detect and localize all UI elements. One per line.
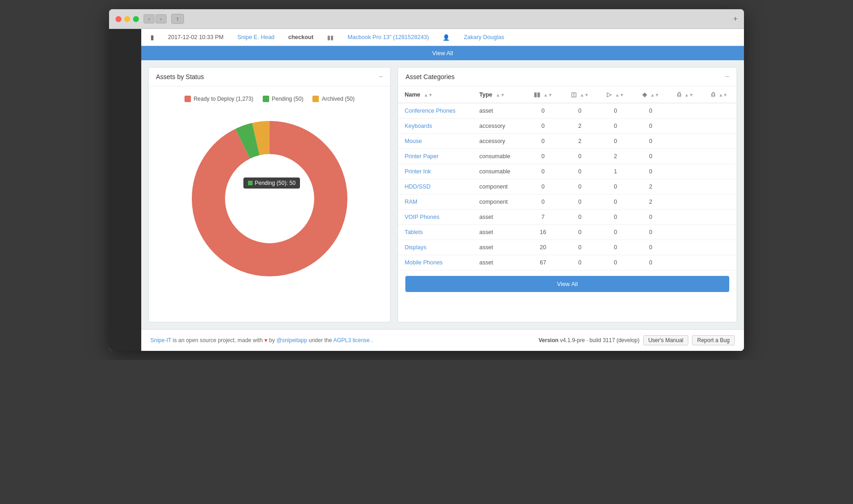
- assets-by-status-panel: Assets by Status − Ready to Deploy (1,27…: [148, 67, 391, 322]
- footer-version: Version v4.1.9-pre · build 3117 (develop…: [538, 337, 639, 344]
- row-name[interactable]: Tablets: [398, 225, 473, 240]
- row-name[interactable]: Printer Paper: [398, 149, 473, 164]
- maximize-button[interactable]: [133, 16, 139, 22]
- col-consumables[interactable]: ▷ ▲▼: [598, 86, 634, 103]
- row-type: asset: [473, 225, 524, 240]
- row-c1: 0: [524, 164, 562, 179]
- row-c2: 0: [562, 255, 598, 270]
- table-body: Conference Phones asset 0 0 0 0 Keyboard…: [398, 103, 737, 270]
- activity-asset-link[interactable]: Macbook Pro 13" (1281528243): [347, 34, 429, 40]
- activity-assignee-link[interactable]: Zakary Douglas: [464, 34, 504, 40]
- assets-by-status-header: Assets by Status −: [149, 68, 390, 86]
- row-name[interactable]: Displays: [398, 240, 473, 255]
- asset-categories-title: Asset Categories: [405, 73, 455, 80]
- back-button[interactable]: ‹: [144, 14, 155, 23]
- twitter-link[interactable]: @snipeitapp: [277, 337, 307, 344]
- row-c3: 0: [598, 225, 634, 240]
- table-row: Mouse accessory 0 2 0 0: [398, 134, 737, 149]
- col-name[interactable]: Name ▲▼: [398, 86, 473, 103]
- row-c4: 2: [633, 195, 669, 210]
- users-manual-button[interactable]: User's Manual: [643, 335, 688, 345]
- chart-tooltip: Pending (50): 50: [243, 178, 300, 189]
- add-tab-button[interactable]: +: [733, 15, 738, 23]
- row-name[interactable]: HDD/SSD: [398, 179, 473, 195]
- components-col-icon: ◆: [642, 92, 647, 98]
- assets-by-status-minimize[interactable]: −: [379, 73, 383, 80]
- row-actions: [703, 149, 737, 164]
- upload-button[interactable]: ↑: [171, 14, 184, 24]
- row-type: asset: [473, 240, 524, 255]
- donut-chart[interactable]: Pending (50): 50: [182, 111, 357, 286]
- legend-ready-dot: [184, 96, 191, 102]
- col-actions[interactable]: ⎙ ▲▼: [703, 86, 737, 103]
- row-c5: [669, 134, 703, 149]
- sort-licenses-icon: ▲▼: [685, 92, 694, 97]
- table-row: VOIP Phones asset 7 0 0 0: [398, 210, 737, 225]
- asset-categories-table-container: Name ▲▼ Type ▲▼ ▮▮ ▲▼: [398, 86, 737, 270]
- brand-link[interactable]: Snipe-IT: [150, 337, 171, 344]
- actions-col-icon: ⎙: [711, 92, 715, 98]
- row-type: accessory: [473, 134, 524, 149]
- view-all-categories-button[interactable]: View All: [405, 276, 729, 292]
- asset-categories-header: Asset Categories −: [398, 68, 737, 86]
- legend-ready: Ready to Deploy (1,273): [184, 96, 254, 102]
- legend-archived-label: Archived (50): [322, 96, 354, 102]
- row-name[interactable]: Mobile Phones: [398, 255, 473, 270]
- table-header: Name ▲▼ Type ▲▼ ▮▮ ▲▼: [398, 86, 737, 103]
- row-name[interactable]: RAM: [398, 195, 473, 210]
- row-actions: [703, 240, 737, 255]
- row-c5: [669, 210, 703, 225]
- row-c1: 7: [524, 210, 562, 225]
- donut-center: [226, 155, 313, 242]
- table-row: Displays asset 20 0 0 0: [398, 240, 737, 255]
- row-name[interactable]: Keyboards: [398, 119, 473, 134]
- row-c5: [669, 179, 703, 195]
- row-c3: 2: [598, 149, 634, 164]
- row-type: component: [473, 195, 524, 210]
- col-type[interactable]: Type ▲▼: [473, 86, 524, 103]
- assets-col-icon: ▮▮: [534, 92, 540, 98]
- row-name[interactable]: Mouse: [398, 134, 473, 149]
- forward-button[interactable]: ›: [156, 14, 167, 23]
- footer-right: Version v4.1.9-pre · build 3117 (develop…: [538, 335, 735, 345]
- row-name[interactable]: Conference Phones: [398, 103, 473, 119]
- col-accessories[interactable]: ◫ ▲▼: [562, 86, 598, 103]
- row-c3: 0: [598, 119, 634, 134]
- row-c4: 0: [633, 134, 669, 149]
- minimize-button[interactable]: [124, 16, 130, 22]
- licenses-col-icon: ⎙: [677, 92, 681, 98]
- row-name[interactable]: VOIP Phones: [398, 210, 473, 225]
- asset-categories-minimize[interactable]: −: [725, 73, 729, 80]
- title-bar: ‹ › ↑ +: [109, 9, 744, 29]
- row-c3: 1: [598, 164, 634, 179]
- row-type: component: [473, 179, 524, 195]
- sort-accessories-icon: ▲▼: [580, 92, 589, 97]
- activity-asset-icon: ▮▮: [327, 34, 334, 41]
- col-components[interactable]: ◆ ▲▼: [633, 86, 669, 103]
- row-c2: 2: [562, 134, 598, 149]
- heart-icon: ♥: [264, 337, 267, 344]
- row-c5: [669, 164, 703, 179]
- row-c1: 0: [524, 149, 562, 164]
- activity-date: 2017-12-02 10:33 PM: [168, 34, 224, 40]
- row-actions: [703, 164, 737, 179]
- report-bug-button[interactable]: Report a Bug: [692, 335, 735, 345]
- col-licenses[interactable]: ⎙ ▲▼: [669, 86, 703, 103]
- col-assets[interactable]: ▮▮ ▲▼: [524, 86, 562, 103]
- row-name[interactable]: Printer Ink: [398, 164, 473, 179]
- nav-buttons: ‹ ›: [144, 14, 167, 23]
- close-button[interactable]: [115, 16, 121, 22]
- row-actions: [703, 225, 737, 240]
- row-c2: 0: [562, 164, 598, 179]
- view-all-activity-button[interactable]: View All: [141, 46, 744, 60]
- row-actions: [703, 134, 737, 149]
- assets-by-status-title: Assets by Status: [156, 73, 204, 80]
- sort-actions-icon: ▲▼: [719, 92, 728, 97]
- row-c4: 0: [633, 225, 669, 240]
- row-c4: 0: [633, 255, 669, 270]
- row-c4: 0: [633, 103, 669, 119]
- version-label: Version: [538, 337, 558, 344]
- activity-user-link[interactable]: Snipe E. Head: [237, 34, 275, 40]
- license-link[interactable]: AGPL3 license: [333, 337, 369, 344]
- sidebar-rail: [109, 29, 141, 351]
